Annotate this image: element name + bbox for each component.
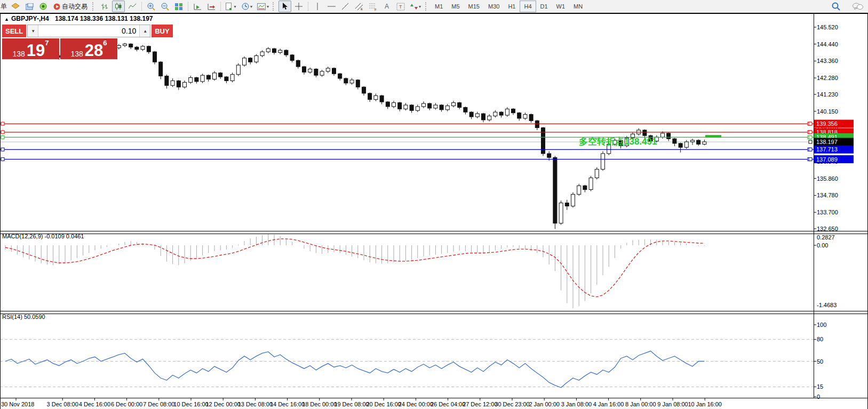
toolbar-grip [92,2,96,11]
vertical-line-icon[interactable] [311,1,324,12]
zoom-in-icon[interactable] [145,1,157,12]
line-handle[interactable] [809,135,812,139]
cursor-icon[interactable] [278,1,291,12]
rsi-tick-label: 80 [817,336,823,342]
arrows-icon[interactable]: ▾ [408,1,423,12]
line-handle[interactable] [809,140,812,143]
left-border [0,14,1,409]
time-tick-label: 3 Jan 08:00 [561,401,592,407]
candle-body [296,60,300,67]
candle-body [452,103,456,106]
timeframe-button-MN[interactable]: MN [569,1,587,12]
volume-stepper: ▼ ▲ [27,25,150,37]
candle-body [386,102,389,107]
tile-windows-icon[interactable] [172,1,185,12]
indicators-icon[interactable]: ▾ [256,1,270,12]
timeframe-button-M5[interactable]: M5 [447,1,464,12]
time-axis-line [0,398,868,398]
dropdown-arrow-icon[interactable]: ▾ [267,4,269,9]
buy-quote[interactable]: 138 28 6 [60,38,117,59]
candle-body [499,112,503,115]
toolbar-separator [308,2,308,11]
horizontal-line-icon[interactable] [325,1,338,12]
svg-text:E: E [361,7,363,11]
line-handle[interactable] [809,158,812,161]
candle-body [147,46,150,52]
timeframe-button-D1[interactable]: D1 [536,1,552,12]
sell-button[interactable]: SELL [2,25,26,37]
zoom-out-icon[interactable] [158,1,171,12]
text-label-icon[interactable]: T [394,1,407,12]
candle-body [320,71,324,75]
line-chart-icon[interactable] [126,1,139,12]
toolbar-separator [188,2,188,11]
collapse-arrow-icon[interactable]: ▲ [4,17,9,22]
timeframe-button-H4[interactable]: H4 [520,1,536,12]
candle-body [135,47,139,49]
chart-canvas[interactable]: 145.520144.440143.360142.280141.230140.1… [0,0,868,409]
search-icon[interactable] [830,1,842,12]
macd-zero-label: 0.00 [817,242,828,248]
candle-body [428,103,432,108]
signal-icon[interactable] [37,1,50,12]
strategy-window-icon[interactable] [23,1,36,12]
line-handle[interactable] [1,122,4,125]
bar-chart-icon[interactable] [98,1,111,12]
auto-trading-icon[interactable]: 自动交易 [51,1,90,12]
toolbar-divider [0,13,868,14]
candle-body [410,105,413,110]
timeframe-button-M1[interactable]: M1 [431,1,447,12]
timeframe-button-M30[interactable]: M30 [484,1,504,12]
new-order-button[interactable]: 单 [1,2,7,11]
line-handle[interactable] [1,135,4,139]
trendline-icon[interactable] [339,1,352,12]
line-handle[interactable] [809,122,812,125]
time-tick-label: 30 Nov 2018 [1,401,34,407]
candle-body [547,154,551,157]
chart-title: ▲GBPJPY-,H4 138.174 138.336 138.131 138.… [4,15,153,22]
candle-body [141,46,145,50]
chart-shift-icon[interactable] [205,1,218,12]
volume-decrease-button[interactable]: ▼ [28,25,38,37]
fibonacci-icon[interactable]: F [367,1,379,12]
new-template-icon[interactable]: ▾ [224,1,238,12]
buy-button[interactable]: BUY [152,25,172,37]
auto-scroll-icon[interactable] [191,1,204,12]
dropdown-arrow-icon[interactable]: ▾ [250,4,252,9]
price-badge-label: 139.356 [816,121,838,127]
candle-body [404,105,408,109]
timeframe-button-H1[interactable]: H1 [504,1,520,12]
timeframe-button-M15[interactable]: M15 [464,1,484,12]
time-tick-label: 10 Dec 16:00 [173,401,208,407]
time-tick-label: 4 Dec 16:00 [79,401,110,407]
line-handle[interactable] [1,158,4,161]
svg-text:T: T [399,4,402,10]
line-handle[interactable] [809,131,812,134]
line-handle[interactable] [1,148,4,151]
dropdown-arrow-icon[interactable]: ▾ [419,4,421,9]
channel-icon[interactable]: E [353,1,365,12]
candle-body [332,68,336,74]
candle-body [577,186,581,194]
line-handle[interactable] [809,148,812,151]
text-icon[interactable]: A [380,1,393,12]
sell-quote[interactable]: 138 19 7 [2,38,59,59]
pane-separator-macd[interactable] [0,231,868,234]
candle-body [445,106,449,109]
candle-body [326,68,330,71]
chat-icon[interactable] [851,1,864,12]
timeframe-button-W1[interactable]: W1 [552,1,570,12]
period-icon[interactable]: ▾ [240,1,254,12]
pane-separator-rsi[interactable] [0,311,868,314]
line-handle[interactable] [1,131,4,134]
candle-body [691,140,695,142]
volume-increase-button[interactable]: ▲ [139,25,150,37]
crosshair-icon[interactable] [292,1,305,12]
candlestick-chart-icon[interactable] [112,1,125,12]
candle-body [356,80,360,87]
rsi-tick-label: 15 [817,383,823,390]
candle-body [314,69,318,75]
market-watch-icon[interactable] [9,1,22,12]
volume-input[interactable] [38,25,139,37]
dropdown-arrow-icon[interactable]: ▾ [234,4,236,9]
